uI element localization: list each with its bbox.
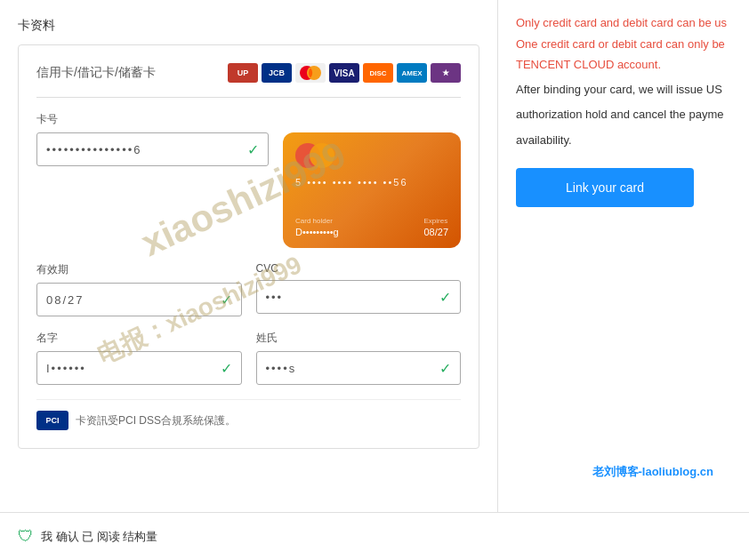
cc-expires-value: 08/27 <box>423 227 448 237</box>
notice-line1: Only credit card and debit card can be u… <box>516 14 731 32</box>
surname-input[interactable]: ••••s ✓ <box>256 351 462 385</box>
name-surname-row: 名字 I•••••• ✓ 姓氏 ••••s ✓ <box>36 331 461 385</box>
surname-check-icon: ✓ <box>439 360 451 377</box>
cvc-label: CVC <box>256 262 462 275</box>
notice-line3: TENCENT CLOUD account. <box>516 56 731 74</box>
card-type-row: 信用卡/借记卡/储蓄卡 UP JCB VISA DISC <box>36 63 461 83</box>
expiry-input[interactable]: 08/27 ✓ <box>36 283 242 316</box>
right-panel: Only credit card and debit card can be u… <box>498 0 749 512</box>
expiry-check-icon: ✓ <box>221 292 232 308</box>
expiry-label: 有效期 <box>36 262 242 277</box>
card-icons: UP JCB VISA DISC AMEX ★ <box>228 63 461 83</box>
cvc-group: CVC ••• ✓ <box>256 262 462 316</box>
expiry-value: 08/27 <box>46 293 85 307</box>
cvc-value: ••• <box>266 291 284 304</box>
jcb-icon: JCB <box>262 63 292 83</box>
pci-badge: PCI <box>36 411 68 430</box>
surname-group: 姓氏 ••••s ✓ <box>256 331 462 385</box>
page-title: 卡资料 <box>18 18 479 34</box>
shield-icon: 🛡 <box>18 527 34 546</box>
cc-bottom: Card holder D•••••••••g Expires 08/27 <box>295 217 448 237</box>
form-left: •••••••••••••••6 ✓ <box>36 132 269 166</box>
card-number-row: •••••••••••••••6 ✓ <box>36 132 461 248</box>
notice-line2: One credit card or debit card can only b… <box>516 36 731 53</box>
card-type-label: 信用卡/借记卡/储蓄卡 <box>36 65 156 81</box>
card-visual-wrapper: 5 •••• •••• •••• ••56 Card holder D•••••… <box>283 132 461 248</box>
card-number-value: •••••••••••••••6 <box>46 143 142 156</box>
cc-expires-label: Expires <box>423 217 448 225</box>
card-number-label: 卡号 <box>36 112 461 127</box>
cc-holder-section: Card holder D•••••••••g <box>295 217 339 237</box>
surname-value: ••••s <box>266 362 297 375</box>
mastercard-icon <box>295 63 326 83</box>
notice-line5: authorization hold and cancel the payme <box>516 106 731 124</box>
visa-icon: VISA <box>329 63 359 83</box>
expiry-group: 有效期 08/27 ✓ <box>36 262 242 316</box>
cc-circle-right <box>310 143 334 168</box>
unionpay-icon: UP <box>228 63 258 83</box>
card-number-check-icon: ✓ <box>247 141 259 158</box>
cvc-input[interactable]: ••• ✓ <box>256 280 462 314</box>
left-panel: 卡资料 信用卡/借记卡/储蓄卡 UP JCB <box>0 0 498 512</box>
name-label: 名字 <box>36 331 242 346</box>
cc-number: 5 •••• •••• •••• ••56 <box>295 177 448 188</box>
notice-line4: After binding your card, we will issue U… <box>516 81 731 100</box>
cc-mastercard-logo <box>295 143 334 168</box>
name-group: 名字 I•••••• ✓ <box>36 331 242 385</box>
amex-icon: AMEX <box>397 63 427 83</box>
discover-icon: DISC <box>363 63 393 83</box>
cc-number-text: 5 •••• •••• •••• ••56 <box>295 177 408 188</box>
card-section: 信用卡/借记卡/储蓄卡 UP JCB VISA DISC <box>18 44 479 449</box>
bottom-text: 我 确认 已 阅读 结构量 <box>41 529 157 545</box>
surname-label: 姓氏 <box>256 331 462 346</box>
name-value: I•••••• <box>46 362 86 375</box>
notice-line6: availability. <box>516 132 731 150</box>
card-number-input[interactable]: •••••••••••••••6 ✓ <box>36 132 269 166</box>
other-card-icon: ★ <box>431 63 461 83</box>
cvc-check-icon: ✓ <box>439 289 451 306</box>
name-input[interactable]: I•••••• ✓ <box>36 351 242 385</box>
divider <box>36 97 461 98</box>
link-card-button[interactable]: Link your card <box>516 168 694 207</box>
pci-description: 卡资訊受PCI DSS合規系統保護。 <box>76 413 236 428</box>
credit-card-visual: 5 •••• •••• •••• ••56 Card holder D•••••… <box>283 132 461 248</box>
cc-holder-label: Card holder <box>295 217 339 225</box>
bottom-section: 🛡 我 确认 已 阅读 结构量 <box>0 512 749 560</box>
cc-holder-value: D•••••••••g <box>295 227 339 237</box>
pci-row: PCI 卡资訊受PCI DSS合規系統保護。 <box>36 399 461 430</box>
cc-expires-section: Expires 08/27 <box>423 217 448 237</box>
expiry-cvc-row: 有效期 08/27 ✓ CVC ••• ✓ <box>36 262 461 316</box>
name-check-icon: ✓ <box>221 360 232 377</box>
